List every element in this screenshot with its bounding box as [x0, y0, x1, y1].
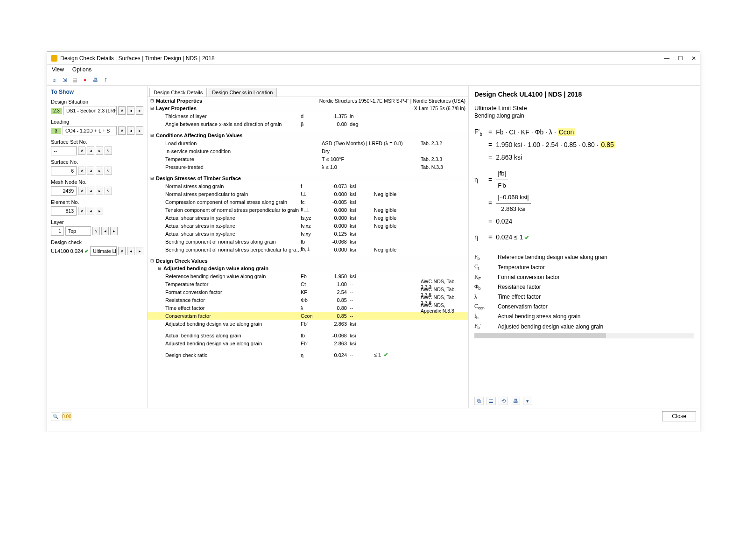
- label-element: Element No.: [51, 199, 143, 205]
- menu-view[interactable]: View: [52, 66, 64, 73]
- combo-surface-set[interactable]: --: [51, 146, 77, 155]
- dropdown-icon[interactable]: ∨: [78, 147, 85, 155]
- grid-row[interactable]: Angle between surface x-axis and directi…: [148, 120, 468, 128]
- combo-layer-num[interactable]: 1: [51, 226, 64, 236]
- prev-button[interactable]: ◂: [87, 187, 94, 195]
- grid-row[interactable]: Actual shear stress in xz-planefv,xz0.00…: [148, 222, 468, 230]
- next-button[interactable]: ▸: [136, 247, 143, 255]
- category: Bending along grain: [474, 112, 694, 119]
- next-button[interactable]: ▸: [96, 167, 103, 175]
- center-panel: Design Check Details Design Checks in Lo…: [148, 86, 469, 408]
- next-button[interactable]: ▸: [136, 106, 143, 115]
- combo-element[interactable]: 813: [51, 206, 77, 216]
- grid-row[interactable]: Conservatism factorCcon0.85--: [148, 312, 468, 320]
- grid-row[interactable]: In-service moisture conditionDry: [148, 147, 468, 155]
- pick-icon[interactable]: ↖: [105, 147, 112, 155]
- details-grid: ⊟Material PropertiesNordic Structures 19…: [148, 97, 468, 408]
- legend-row: ΦbResistance factor: [474, 283, 694, 291]
- dropdown-icon[interactable]: ∨: [118, 247, 126, 255]
- maximize-button[interactable]: ☐: [678, 55, 683, 62]
- minimize-button[interactable]: —: [664, 55, 669, 62]
- tab-location[interactable]: Design Checks in Location: [208, 88, 277, 97]
- sidebar-title: To Show: [51, 89, 143, 95]
- prev-button[interactable]: ◂: [127, 126, 134, 135]
- grid-row[interactable]: Normal stress along grainf-0.073ksi: [148, 182, 468, 190]
- toolbar-icon-1[interactable]: ⎄: [50, 76, 58, 84]
- prev-button[interactable]: ◂: [87, 207, 94, 215]
- combo-loading[interactable]: CO4 - 1.20D + L + S: [63, 126, 117, 135]
- menu-options[interactable]: Options: [72, 66, 92, 73]
- titlebar: Design Check Details | Surfaces | Timber…: [47, 52, 700, 65]
- prev-button[interactable]: ◂: [87, 147, 94, 155]
- grid-row[interactable]: Format conversion factorKF2.54--AWC-NDS,…: [148, 288, 468, 296]
- combo-layer-pos[interactable]: Top: [65, 226, 91, 236]
- combo-design-check[interactable]: Ultimate Limit …: [90, 246, 117, 256]
- grid-row[interactable]: Temperature factorCt1.00--AWC-NDS, Tab. …: [148, 280, 468, 288]
- grid-row[interactable]: Normal stress perpendicular to grainf⊥0.…: [148, 190, 468, 198]
- prev-button[interactable]: ◂: [127, 106, 134, 115]
- prev-button[interactable]: ◂: [87, 167, 94, 175]
- grid-row[interactable]: Load durationASD (Two Months) | LRFD (λ …: [148, 139, 468, 147]
- legend: FbReference bending design value along g…: [474, 251, 694, 333]
- dropdown-icon[interactable]: ∨: [78, 207, 85, 215]
- grid-row[interactable]: Bending component of normal stress perpe…: [148, 245, 468, 253]
- prev-button[interactable]: ◂: [101, 227, 109, 235]
- grid-row[interactable]: Adjusted bending design value along grai…: [148, 320, 468, 328]
- grid-row[interactable]: Adjusted bending design value along grai…: [148, 339, 468, 347]
- legend-row: CtTemperature factor: [474, 263, 694, 271]
- toolbar-icon-2[interactable]: ⇲: [60, 76, 69, 84]
- grid-row[interactable]: Tension component of normal stress perpe…: [148, 206, 468, 214]
- prev-button[interactable]: ◂: [127, 247, 134, 255]
- close-x-button[interactable]: ✕: [691, 55, 696, 62]
- dropdown-icon[interactable]: ∨: [118, 106, 126, 115]
- grid-row[interactable]: Thickness of layerd1.375in: [148, 112, 468, 120]
- label-surface: Surface No.: [51, 159, 143, 165]
- design-check-code: UL4100: [51, 248, 69, 254]
- grid-row[interactable]: Design check ratioη0.024--≤ 1 ✔: [148, 351, 468, 359]
- tool-icon-1[interactable]: ⧉: [474, 397, 484, 405]
- grid-row[interactable]: Reference bending design value along gra…: [148, 272, 468, 280]
- grid-row[interactable]: Actual shear stress in yz-planefs,yz0.00…: [148, 214, 468, 222]
- footer-icon-1[interactable]: 🔍: [51, 412, 60, 420]
- dropdown-icon[interactable]: ∨: [92, 227, 100, 235]
- grid-row[interactable]: Resistance factorΦb0.85--AWC-NDS, Tab. 2…: [148, 296, 468, 304]
- next-button[interactable]: ▸: [96, 147, 103, 155]
- close-button[interactable]: Close: [662, 411, 696, 421]
- app-window: Design Check Details | Surfaces | Timber…: [47, 51, 700, 432]
- footer-icon-2[interactable]: 0.00: [62, 412, 71, 420]
- tool-print-icon[interactable]: 🖶: [511, 397, 520, 405]
- grid-row[interactable]: Actual bending stress along grainfb-0.06…: [148, 331, 468, 339]
- grid-row[interactable]: Pressure-treatedλ ≤ 1.0Tab. N.3.3: [148, 163, 468, 171]
- horizontal-scrollbar[interactable]: [474, 333, 694, 338]
- tool-icon-2[interactable]: ☰: [486, 397, 496, 405]
- combo-mesh-node[interactable]: 2439: [51, 186, 77, 196]
- toolbar-icon-4[interactable]: ●: [81, 76, 89, 84]
- toolbar-icon-3[interactable]: ▤: [70, 76, 79, 84]
- grid-row[interactable]: Bending component of normal stress along…: [148, 238, 468, 245]
- next-button[interactable]: ▸: [110, 227, 118, 235]
- dropdown-icon[interactable]: ∨: [118, 126, 126, 135]
- pick-icon[interactable]: ↖: [105, 167, 112, 175]
- tool-icon-3[interactable]: ⟲: [499, 397, 508, 405]
- next-button[interactable]: ▸: [96, 207, 103, 215]
- grid-row[interactable]: Compression component of normal stress a…: [148, 198, 468, 206]
- label-layer: Layer: [51, 219, 143, 225]
- legend-row: KFFormat conversion factor: [474, 273, 694, 281]
- toolbar-print-icon[interactable]: 🖶: [91, 76, 99, 84]
- badge-loading: 3: [51, 128, 61, 134]
- next-button[interactable]: ▸: [136, 126, 143, 135]
- dropdown-icon[interactable]: ∨: [78, 167, 85, 175]
- legend-row: Fb'Adjusted bending design value along g…: [474, 322, 694, 330]
- pick-icon[interactable]: ↖: [105, 187, 112, 195]
- grid-row[interactable]: Actual shear stress in xy-planefv,xy0.12…: [148, 230, 468, 238]
- grid-row[interactable]: Time effect factorλ0.80--AWC-NDS, Append…: [148, 304, 468, 312]
- dropdown-icon[interactable]: ∨: [78, 187, 85, 195]
- combo-surface[interactable]: 6: [51, 166, 77, 175]
- tool-dropdown-icon[interactable]: ▾: [523, 397, 532, 405]
- combo-design-situation[interactable]: DS1 - Section 2.3 (LRFD), 1. t…: [63, 106, 117, 115]
- next-button[interactable]: ▸: [96, 187, 103, 195]
- tab-details[interactable]: Design Check Details: [149, 88, 207, 97]
- badge-design-situation: 2.3: [51, 108, 62, 114]
- toolbar-icon-6[interactable]: ⤒: [101, 76, 110, 84]
- grid-row[interactable]: TemperatureT ≤ 100°FTab. 2.3.3: [148, 155, 468, 163]
